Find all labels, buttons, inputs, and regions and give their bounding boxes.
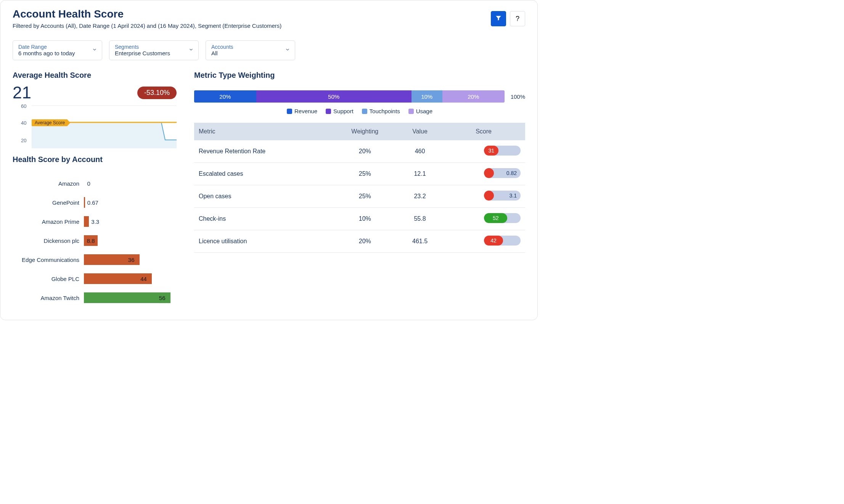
filter-button[interactable] bbox=[491, 11, 506, 26]
hbar-value: 0.67 bbox=[87, 199, 98, 206]
title-block: Account Health Score Filtered by Account… bbox=[13, 8, 281, 29]
by-account-chart: Amazon0GenePoint0.67Amazon Prime3.3Dicke… bbox=[13, 174, 177, 307]
filter-value: 6 months ago to today bbox=[18, 50, 75, 56]
metric-row: Check-ins10%55.852 bbox=[194, 208, 525, 230]
legend-item: Touchpoints bbox=[362, 108, 400, 114]
metric-row: Open cases25%23.23.1 bbox=[194, 185, 525, 208]
hbar-bar bbox=[84, 216, 89, 227]
cell-metric: Open cases bbox=[194, 185, 332, 208]
hbar-bar bbox=[84, 197, 85, 208]
cell-value: 460 bbox=[398, 140, 442, 163]
metric-table-header: Metric Weighting Value Score bbox=[194, 123, 525, 140]
help-button[interactable]: ? bbox=[510, 11, 525, 26]
legend-label: Touchpoints bbox=[370, 108, 400, 114]
chevron-down-icon bbox=[188, 47, 194, 54]
hbar-label: Amazon Twitch bbox=[13, 295, 84, 301]
hbar-row: Amazon Twitch56 bbox=[13, 288, 177, 307]
weighting-stacked-bar: 20%50%10%20% bbox=[194, 90, 505, 103]
avg-health-delta: -53.10% bbox=[137, 87, 177, 99]
score-dot bbox=[484, 168, 494, 178]
weighting-segment: 10% bbox=[412, 90, 442, 103]
hbar-track: 0 bbox=[84, 177, 177, 190]
legend-item: Support bbox=[326, 108, 354, 114]
filter-value: All bbox=[211, 50, 218, 56]
legend-swatch bbox=[362, 109, 367, 114]
sparkline-yaxis: 60 40 20 bbox=[13, 103, 32, 148]
hbar-track: 36 bbox=[84, 253, 177, 266]
cell-metric: Licence utilisation bbox=[194, 230, 332, 253]
header-row: Account Health Score Filtered by Account… bbox=[13, 8, 525, 29]
hbar-row: Edge Communications36 bbox=[13, 250, 177, 269]
hbar-track: 0.67 bbox=[84, 196, 177, 209]
hbar-label: Dickenson plc bbox=[13, 238, 84, 244]
score-fill: 52 bbox=[484, 213, 507, 223]
hbar-row: Amazon0 bbox=[13, 174, 177, 193]
help-icon: ? bbox=[516, 15, 519, 23]
cell-value: 23.2 bbox=[398, 185, 442, 208]
right-column: Metric Type Weighting 20%50%10%20% 100% … bbox=[194, 71, 525, 307]
left-column: Average Health Score 21 -53.10% 60 40 20… bbox=[13, 71, 177, 307]
cell-weighting: 20% bbox=[332, 230, 398, 253]
legend-item: Usage bbox=[408, 108, 432, 114]
score-value: 0.82 bbox=[506, 170, 517, 176]
hbar-label: Globe PLC bbox=[13, 276, 84, 282]
hbar-row: Amazon Prime3.3 bbox=[13, 212, 177, 231]
filter-segments[interactable]: Segments Enterprise Customers bbox=[109, 40, 199, 60]
cell-weighting: 25% bbox=[332, 185, 398, 208]
spark-ytick: 60 bbox=[21, 103, 26, 109]
score-value: 3.1 bbox=[510, 193, 517, 199]
avg-health-title: Average Health Score bbox=[13, 71, 177, 80]
metric-row: Licence utilisation20%461.542 bbox=[194, 230, 525, 253]
cell-score: 52 bbox=[442, 208, 525, 230]
score-pill: 52 bbox=[484, 213, 521, 223]
avg-health-score: 21 bbox=[13, 84, 31, 101]
metric-row: Escalated cases25%12.10.82 bbox=[194, 163, 525, 185]
hbar-value: 44 bbox=[140, 276, 147, 282]
col-score: Score bbox=[442, 123, 525, 140]
hbar-row: Dickenson plc8.8 bbox=[13, 231, 177, 250]
filter-label: Date Range bbox=[18, 44, 87, 50]
avg-score-overlay: Average Score bbox=[32, 119, 70, 126]
score-pill: 42 bbox=[484, 236, 521, 246]
avg-health-sparkline: 60 40 20 Average Score bbox=[13, 103, 177, 148]
filter-value: Enterprise Customers bbox=[115, 50, 170, 56]
cell-weighting: 25% bbox=[332, 163, 398, 185]
legend-item: Revenue bbox=[287, 108, 317, 114]
weighting-segment: 20% bbox=[194, 90, 256, 103]
weighting-bar-row: 20%50%10%20% 100% bbox=[194, 90, 525, 103]
cell-score: 31 bbox=[442, 140, 525, 163]
content: Average Health Score 21 -53.10% 60 40 20… bbox=[13, 71, 525, 307]
legend-swatch bbox=[287, 109, 292, 114]
weighting-title: Metric Type Weighting bbox=[194, 71, 525, 80]
hbar-label: Amazon Prime bbox=[13, 218, 84, 225]
score-pill: 0.82 bbox=[484, 168, 521, 178]
weighting-segment: 50% bbox=[256, 90, 412, 103]
metric-table: Metric Weighting Value Score Revenue Ret… bbox=[194, 123, 525, 253]
filter-row: Date Range 6 months ago to today Segment… bbox=[13, 40, 525, 60]
legend-swatch bbox=[408, 109, 414, 114]
score-fill: 31 bbox=[484, 146, 498, 156]
legend-swatch bbox=[326, 109, 331, 114]
score-pill: 31 bbox=[484, 146, 521, 156]
col-weighting: Weighting bbox=[332, 123, 398, 140]
legend-label: Usage bbox=[416, 108, 432, 114]
chevron-down-icon bbox=[92, 47, 97, 54]
legend-label: Revenue bbox=[294, 108, 317, 114]
dashboard-page: Account Health Score Filtered by Account… bbox=[0, 0, 538, 320]
hbar-label: Edge Communications bbox=[13, 257, 84, 263]
filter-date-range[interactable]: Date Range 6 months ago to today bbox=[13, 40, 102, 60]
hbar-track: 56 bbox=[84, 291, 177, 304]
weighting-total: 100% bbox=[508, 93, 525, 100]
hbar-value: 8.8 bbox=[87, 238, 95, 244]
hbar-value: 3.3 bbox=[91, 218, 99, 225]
cell-score: 42 bbox=[442, 230, 525, 253]
hbar-track: 8.8 bbox=[84, 234, 177, 247]
col-metric: Metric bbox=[194, 123, 332, 140]
cell-score: 3.1 bbox=[442, 185, 525, 208]
cell-value: 12.1 bbox=[398, 163, 442, 185]
filter-label: Segments bbox=[115, 44, 183, 50]
hbar-value: 36 bbox=[128, 257, 135, 263]
filter-accounts[interactable]: Accounts All bbox=[206, 40, 295, 60]
spark-ytick: 40 bbox=[21, 120, 26, 126]
weighting-legend: RevenueSupportTouchpointsUsage bbox=[194, 108, 525, 114]
